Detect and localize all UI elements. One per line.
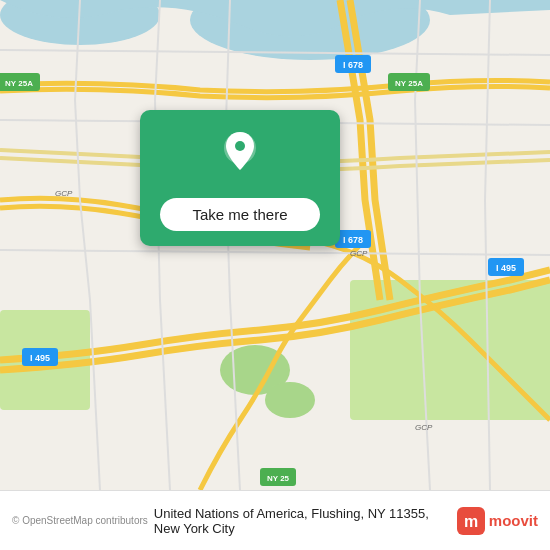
map-popup: Take me there [140,110,340,246]
svg-text:NY 25A: NY 25A [5,79,33,88]
moovit-logo: m moovit [457,507,538,535]
svg-text:I 495: I 495 [30,353,50,363]
svg-text:GCP: GCP [350,249,368,258]
svg-text:GCP: GCP [55,189,73,198]
moovit-logo-icon: m [457,507,485,535]
copyright-text: © OpenStreetMap contributors [12,515,148,526]
address-text: United Nations of America, Flushing, NY … [154,506,457,536]
location-pin-icon [220,130,260,184]
svg-text:I 495: I 495 [496,263,516,273]
svg-text:I 678: I 678 [343,235,363,245]
svg-text:I 678: I 678 [343,60,363,70]
svg-point-27 [235,141,245,151]
bottom-bar-left: © OpenStreetMap contributors United Nati… [12,506,457,536]
app: I 678 I 678 I 495 I 495 NY 25A NY 25A GC… [0,0,550,550]
map-container: I 678 I 678 I 495 I 495 NY 25A NY 25A GC… [0,0,550,490]
bottom-bar: © OpenStreetMap contributors United Nati… [0,490,550,550]
take-me-there-button[interactable]: Take me there [160,198,320,231]
svg-text:m: m [464,513,478,530]
svg-point-6 [265,382,315,418]
svg-text:NY 25: NY 25 [267,474,290,483]
moovit-label: moovit [489,512,538,529]
svg-text:GCP: GCP [415,423,433,432]
svg-text:NY 25A: NY 25A [395,79,423,88]
